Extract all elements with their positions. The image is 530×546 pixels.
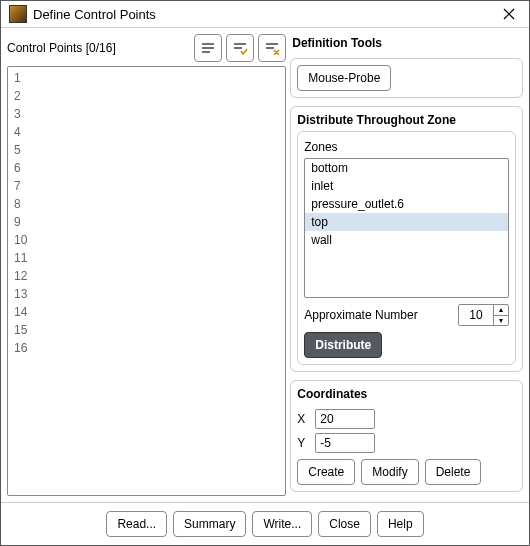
y-input[interactable] [315, 433, 375, 453]
close-icon[interactable] [497, 2, 521, 26]
app-icon [9, 5, 27, 23]
list-item[interactable]: 5 [8, 141, 285, 159]
list-item[interactable]: 12 [8, 267, 285, 285]
control-points-label: Control Points [0/16] [7, 41, 190, 55]
write-button[interactable]: Write... [252, 511, 312, 537]
spinner-down-icon[interactable]: ▼ [494, 316, 508, 326]
close-button[interactable]: Close [318, 511, 371, 537]
spinner-up-icon[interactable]: ▲ [494, 305, 508, 316]
filter-clear-icon[interactable] [258, 34, 286, 62]
modify-button[interactable]: Modify [361, 459, 418, 485]
list-item[interactable]: 8 [8, 195, 285, 213]
list-item[interactable]: 7 [8, 177, 285, 195]
list-item[interactable]: 13 [8, 285, 285, 303]
footer: Read... Summary Write... Close Help [1, 502, 529, 545]
list-item[interactable]: 9 [8, 213, 285, 231]
list-item[interactable]: 10 [8, 231, 285, 249]
titlebar: Define Control Points [1, 1, 529, 28]
zone-item[interactable]: wall [305, 231, 508, 249]
zone-item[interactable]: pressure_outlet.6 [305, 195, 508, 213]
zones-title: Zones [304, 138, 509, 158]
help-button[interactable]: Help [377, 511, 424, 537]
zones-list[interactable]: bottominletpressure_outlet.6topwall [304, 158, 509, 298]
filter-check-icon[interactable] [226, 34, 254, 62]
approx-number-label: Approximate Number [304, 308, 452, 322]
select-all-icon[interactable] [194, 34, 222, 62]
list-item[interactable]: 1 [8, 69, 285, 87]
delete-button[interactable]: Delete [425, 459, 482, 485]
list-item[interactable]: 15 [8, 321, 285, 339]
mouse-probe-button[interactable]: Mouse-Probe [297, 65, 391, 91]
list-item[interactable]: 11 [8, 249, 285, 267]
x-input[interactable] [315, 409, 375, 429]
list-item[interactable]: 3 [8, 105, 285, 123]
coordinates-title: Coordinates [297, 387, 516, 405]
list-item[interactable]: 6 [8, 159, 285, 177]
zone-item[interactable]: inlet [305, 177, 508, 195]
read-button[interactable]: Read... [106, 511, 167, 537]
list-item[interactable]: 16 [8, 339, 285, 357]
x-label: X [297, 412, 309, 426]
distribute-title: Distribute Throughout Zone [297, 113, 516, 131]
definition-tools-title: Definition Tools [290, 34, 523, 54]
summary-button[interactable]: Summary [173, 511, 246, 537]
zone-item[interactable]: top [305, 213, 508, 231]
y-label: Y [297, 436, 309, 450]
list-item[interactable]: 4 [8, 123, 285, 141]
list-item[interactable]: 2 [8, 87, 285, 105]
approx-number-spinner[interactable]: ▲ ▼ [458, 304, 509, 326]
create-button[interactable]: Create [297, 459, 355, 485]
window-title: Define Control Points [33, 7, 497, 22]
zone-item[interactable]: bottom [305, 159, 508, 177]
approx-number-input[interactable] [459, 305, 493, 325]
distribute-button[interactable]: Distribute [304, 332, 382, 358]
list-item[interactable]: 14 [8, 303, 285, 321]
control-points-list[interactable]: 12345678910111213141516 [7, 66, 286, 496]
